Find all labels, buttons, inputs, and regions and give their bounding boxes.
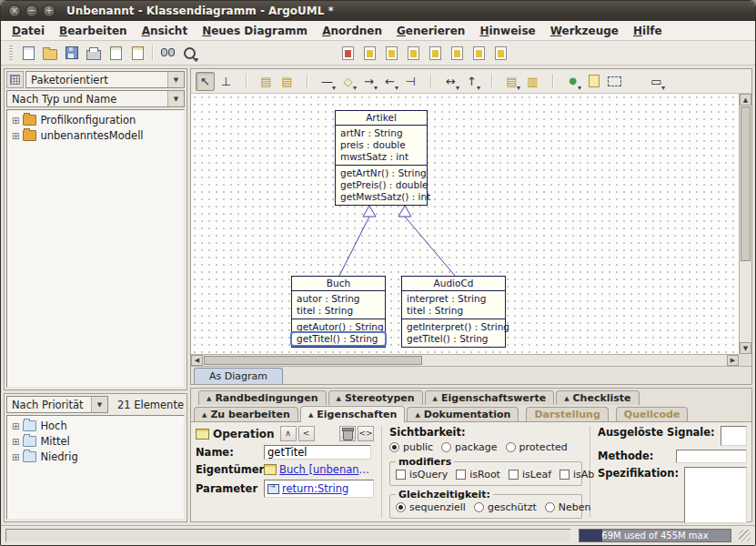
print-button[interactable] [84,43,104,63]
class-name[interactable]: AudioCd [402,277,505,291]
isroot-checkbox[interactable]: isRoot [456,469,500,480]
method-field[interactable] [676,450,747,463]
visibility-package-radio[interactable]: package [441,441,497,453]
realization-tool[interactable]: ⊣ [401,72,420,91]
perspective-config-button[interactable] [6,71,24,88]
broom-tool[interactable]: ⊥ [217,72,236,91]
operation[interactable]: getArtNr() : String [336,167,427,179]
operation[interactable]: getPreis() : double [336,179,427,191]
navigate-back-button[interactable]: < [298,426,315,441]
class-audiocd[interactable]: AudioCd interpret : Stringtitel : String… [401,276,506,348]
name-input[interactable]: getTitel [264,445,371,460]
new-statechart-diagram-button[interactable] [447,43,467,63]
tab-darstellung[interactable]: Darstellung [526,407,608,421]
new-class-diagram-button[interactable] [381,43,401,63]
attribute[interactable]: preis : double [336,139,427,151]
goto-diagram-button[interactable] [338,43,358,63]
zoom-button[interactable] [179,43,199,63]
comment-tool[interactable]: ● [563,72,582,91]
class-buch[interactable]: Buch autor : Stringtitel : String getAut… [291,276,386,348]
parameter-link[interactable]: return:String [282,482,348,495]
new-project-button[interactable] [18,43,38,63]
resize-grip[interactable] [739,530,751,541]
menu-neues-diagramm[interactable]: Neues Diagramm [195,23,315,39]
attribute[interactable]: titel : String [402,305,505,317]
chevron-down-icon[interactable] [167,91,184,106]
signals-list[interactable] [721,426,747,446]
attribute[interactable]: interpret : String [402,293,505,305]
toolbar-grip[interactable] [9,46,13,60]
properties-button[interactable] [127,43,147,63]
new-deployment-diagram-button[interactable] [490,43,510,63]
tree-item-unbenanntes-modell[interactable]: unbenanntesModell [7,127,184,143]
aggregation-tool[interactable]: ◇ [338,72,358,91]
new-activity-diagram-button[interactable] [469,43,489,63]
attribute[interactable]: mwstSatz : int [336,151,427,163]
tab-eigenschaften[interactable]: Eigenschaften [300,406,406,422]
generalization-tool[interactable]: ↑ [462,72,481,91]
menu-bearbeiten[interactable]: Bearbeiten [52,23,135,39]
delete-button[interactable] [339,426,356,441]
menu-anordnen[interactable]: Anordnen [315,23,389,39]
class-name[interactable]: Buch [292,277,385,291]
tab-zu-bearbeiten[interactable]: Zu bearbeiten [194,407,298,421]
todo-item-niedrig[interactable]: Niedrig [7,449,184,464]
operation[interactable]: getAutor() : String [292,321,385,333]
chevron-down-icon[interactable] [167,72,184,87]
tree-item-profilkonfiguration[interactable]: Profilkonfiguration [7,112,184,127]
class-name[interactable]: Artikel [336,111,427,126]
diagram-canvas[interactable]: Artikel artNr : Stringpreis : doublemwst… [191,94,739,354]
association-class-tool[interactable] [605,72,624,91]
scroll-left-button[interactable] [191,355,203,366]
new-usecase-diagram-button[interactable] [359,43,379,63]
order-combo[interactable]: Nach Typ und Name [6,90,185,107]
package-tool[interactable]: ▤ [277,72,297,91]
tab-eigenschaftswerte[interactable]: Eigenschaftswerte [425,390,555,405]
perspective-combo[interactable]: Paketorientiert [25,71,185,88]
select-tool[interactable]: ↖ [196,72,215,91]
vertical-scroll-thumb[interactable] [741,106,751,261]
attribute[interactable]: titel : String [292,305,385,317]
operation[interactable]: getTitel() : String [402,333,505,345]
scroll-down-button[interactable] [740,342,751,354]
class-artikel[interactable]: Artikel artNr : Stringpreis : doublemwst… [335,110,428,206]
parameter-list[interactable]: return:String [264,480,374,498]
close-button[interactable]: × [8,5,21,17]
concurrency-neben-radio[interactable]: Neben [545,501,591,513]
menu-werkzeuge[interactable]: Werkzeuge [543,23,626,39]
tab-stereotypen[interactable]: Stereotypen [328,390,423,405]
open-project-button[interactable] [40,43,60,63]
menu-datei[interactable]: Datei [5,23,52,39]
titlebar[interactable]: ×−+ Unbenannt - Klassendiagramm - ArgoUM… [1,1,755,21]
horizontal-scroll-thumb[interactable] [204,356,422,365]
generalization-edge-buch[interactable] [339,217,369,276]
tree-toggle-icon[interactable] [12,129,19,142]
association-tool[interactable]: — [318,72,337,91]
tab-quellcode[interactable]: Quellcode [616,407,689,421]
operation-tool[interactable]: ▥ [523,72,542,91]
todo-item-hoch[interactable]: Hoch [7,418,184,433]
tree-toggle-icon[interactable] [12,435,19,448]
new-sequence-diagram-button[interactable] [403,43,423,63]
attribute[interactable]: autor : String [292,293,385,305]
class-tool[interactable]: ▤ [257,72,276,91]
menu-ansicht[interactable]: Ansicht [135,23,196,39]
attribute[interactable]: artNr : String [336,127,427,139]
note-tool[interactable] [584,72,603,91]
tab-randbedingungen[interactable]: Randbedingungen [198,390,327,405]
visibility-public-radio[interactable]: public [389,441,433,453]
chevron-down-icon[interactable] [91,397,107,412]
todo-item-mittel[interactable]: Mittel [7,433,184,449]
isabstract-checkbox[interactable]: isAb [559,469,594,480]
tab-checkliste[interactable]: Checkliste [556,390,639,405]
operation[interactable]: getMwstSatz() : int [336,191,427,203]
save-project-button[interactable] [62,43,82,63]
scroll-right-button[interactable] [727,355,739,366]
export-graphics-button[interactable] [106,43,126,63]
operation[interactable]: getTitel() : String [292,333,385,345]
concurrency-geschuetzt-radio[interactable]: geschützt [474,501,537,513]
menu-hinweise[interactable]: Hinweise [472,23,542,39]
menu-generieren[interactable]: Generieren [389,23,472,39]
todo-filter-combo[interactable]: Nach Priorität [6,396,108,413]
isquery-checkbox[interactable]: isQuery [396,469,448,480]
